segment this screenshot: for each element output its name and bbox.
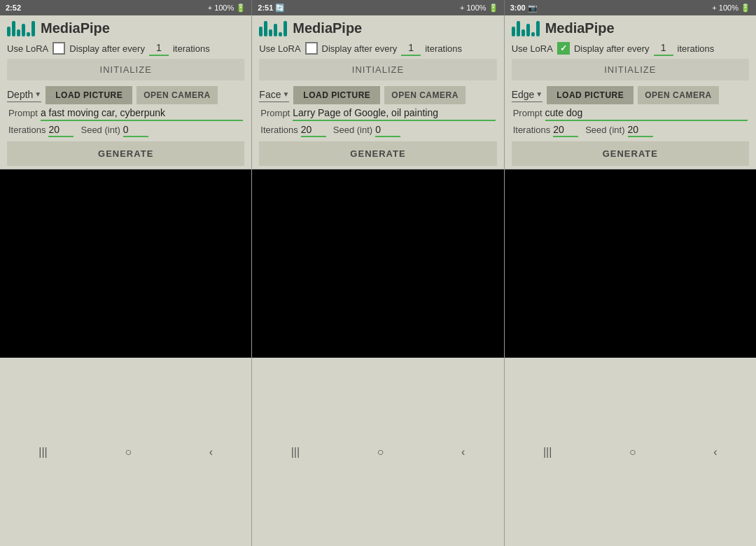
prompt-input-face[interactable]	[293, 107, 495, 121]
controls-row-edge: Use LoRA Display after every iterations	[512, 41, 749, 56]
params-row-depth: Iterations Seed (int)	[7, 124, 244, 137]
generate-button-edge[interactable]: GENERATE	[512, 141, 749, 166]
status-bar-3: 3:00 📷 + 100% 🔋	[505, 0, 756, 15]
nav-bar-face: ||| ○ ‹	[252, 358, 503, 546]
initialize-button-edge[interactable]: INITIALIZE	[512, 59, 749, 80]
open-camera-button-face[interactable]: OPEN CAMERA	[384, 86, 465, 104]
status-bar-2: 2:51 🔄 + 100% 🔋	[252, 0, 504, 15]
logo-bar-f1	[259, 27, 262, 36]
iterations-input-edge[interactable]	[553, 124, 578, 137]
load-picture-button-depth[interactable]: LOAD PICTURE	[46, 86, 132, 104]
mode-select-edge[interactable]: Edge ▼	[512, 89, 543, 102]
logo-bar-6	[31, 21, 35, 36]
display-after-label-face: Display after every	[322, 43, 398, 54]
logo-bar-2	[12, 21, 15, 36]
logo-row-edge: MediaPipe	[512, 20, 749, 36]
logo-row-face: MediaPipe	[259, 20, 496, 36]
logo-bar-1	[7, 27, 10, 36]
logo-bar-f2	[264, 21, 267, 36]
panel-face: MediaPipe Use LoRA Display after every i…	[252, 15, 504, 546]
logo-bar-e4	[526, 24, 530, 36]
lora-label-edge: Use LoRA	[512, 43, 553, 54]
seed-group-face: Seed (int)	[333, 124, 400, 137]
generate-button-depth[interactable]: GENERATE	[7, 141, 244, 166]
initialize-button-depth[interactable]: INITIALIZE	[7, 59, 244, 80]
logo-bar-e1	[512, 27, 515, 36]
image-area-face	[252, 169, 503, 358]
panel-depth-header: MediaPipe Use LoRA Display after every i…	[0, 15, 251, 169]
logo-bar-4	[22, 24, 25, 36]
dropdown-arrow-depth: ▼	[34, 90, 41, 98]
iterations-input-face[interactable]	[301, 124, 326, 137]
image-area-depth	[0, 169, 251, 358]
logo-bar-e2	[517, 21, 520, 36]
seed-input-edge[interactable]	[628, 124, 653, 137]
canvas-face	[252, 169, 503, 358]
mediapipe-logo-icon-depth	[7, 20, 35, 36]
nav-back-face[interactable]: ‹	[461, 446, 465, 458]
lora-checkbox-face[interactable]	[305, 42, 318, 55]
lora-checkbox-depth[interactable]	[52, 42, 65, 55]
time-1: 2:52	[6, 4, 21, 12]
iterations-input-depth[interactable]	[48, 124, 74, 137]
open-camera-button-edge[interactable]: OPEN CAMERA	[638, 86, 719, 104]
open-camera-button-depth[interactable]: OPEN CAMERA	[136, 86, 218, 104]
logo-bar-3	[17, 29, 20, 36]
nav-menu-depth[interactable]: |||	[38, 446, 47, 458]
mediapipe-logo-icon-face	[259, 20, 287, 36]
nav-home-depth[interactable]: ○	[125, 446, 132, 458]
nav-back-edge[interactable]: ‹	[713, 446, 717, 458]
nav-back-depth[interactable]: ‹	[209, 446, 213, 458]
mode-text-face: Face	[259, 89, 281, 100]
logo-bar-5	[27, 32, 30, 36]
image-area-edge	[505, 169, 756, 358]
controls-row-depth: Use LoRA Display after every iterations	[7, 41, 244, 56]
seed-input-depth[interactable]	[123, 124, 148, 137]
iterations-group-depth: Iterations	[8, 124, 74, 137]
logo-bar-e5	[531, 32, 535, 36]
dropdown-arrow-edge: ▼	[536, 90, 542, 98]
display-after-input-depth[interactable]	[149, 41, 169, 56]
controls-row-face: Use LoRA Display after every iterations	[259, 41, 496, 56]
seed-group-edge: Seed (int)	[585, 124, 652, 137]
mode-select-depth[interactable]: Depth ▼	[7, 89, 41, 102]
mediapipe-logo-icon-edge	[512, 20, 540, 36]
seed-label-face: Seed (int)	[333, 125, 372, 135]
display-after-input-face[interactable]	[401, 41, 421, 56]
lora-checkbox-edge[interactable]	[557, 42, 570, 55]
panel-edge-header: MediaPipe Use LoRA Display after every i…	[505, 15, 756, 169]
nav-bar-depth: ||| ○ ‹	[0, 358, 251, 546]
iterations-label-face: Iterations	[260, 125, 298, 135]
iterations-suffix-edge: iterations	[678, 43, 715, 54]
generate-button-face[interactable]: GENERATE	[259, 141, 496, 166]
initialize-button-face[interactable]: INITIALIZE	[259, 59, 496, 80]
status-bar-1: 2:52 + 100% 🔋	[0, 0, 252, 15]
seed-input-face[interactable]	[375, 124, 400, 137]
panel-face-header: MediaPipe Use LoRA Display after every i…	[252, 15, 503, 169]
dropdown-arrow-face: ▼	[282, 90, 289, 98]
logo-row-depth: MediaPipe	[7, 20, 244, 36]
mediapipe-logo-text-depth: MediaPipe	[41, 20, 110, 36]
prompt-input-edge[interactable]	[545, 107, 748, 121]
iterations-group-face: Iterations	[260, 124, 326, 137]
prompt-label-face: Prompt	[260, 108, 290, 118]
nav-menu-face[interactable]: |||	[291, 446, 300, 458]
mode-select-face[interactable]: Face ▼	[259, 89, 289, 102]
nav-home-face[interactable]: ○	[377, 446, 384, 458]
lora-label-face: Use LoRA	[259, 43, 300, 54]
battery-3: + 100% 🔋	[712, 4, 750, 13]
load-picture-button-edge[interactable]: LOAD PICTURE	[547, 86, 634, 104]
seed-label-depth: Seed (int)	[80, 125, 120, 135]
mode-row-depth: Depth ▼ LOAD PICTURE OPEN CAMERA	[7, 86, 244, 104]
load-picture-button-face[interactable]: LOAD PICTURE	[293, 86, 380, 104]
status-bar-container: 2:52 + 100% 🔋 2:51 🔄 + 100% 🔋 3:00 📷 + 1…	[0, 0, 756, 15]
nav-home-edge[interactable]: ○	[629, 446, 636, 458]
display-after-label-edge: Display after every	[574, 43, 650, 54]
logo-bar-f5	[279, 32, 282, 36]
nav-menu-edge[interactable]: |||	[543, 446, 552, 458]
battery-1: + 100% 🔋	[208, 4, 246, 13]
display-after-input-edge[interactable]	[654, 41, 673, 56]
seed-label-edge: Seed (int)	[585, 125, 624, 135]
prompt-input-depth[interactable]	[41, 107, 243, 121]
mediapipe-logo-text-edge: MediaPipe	[545, 20, 615, 36]
